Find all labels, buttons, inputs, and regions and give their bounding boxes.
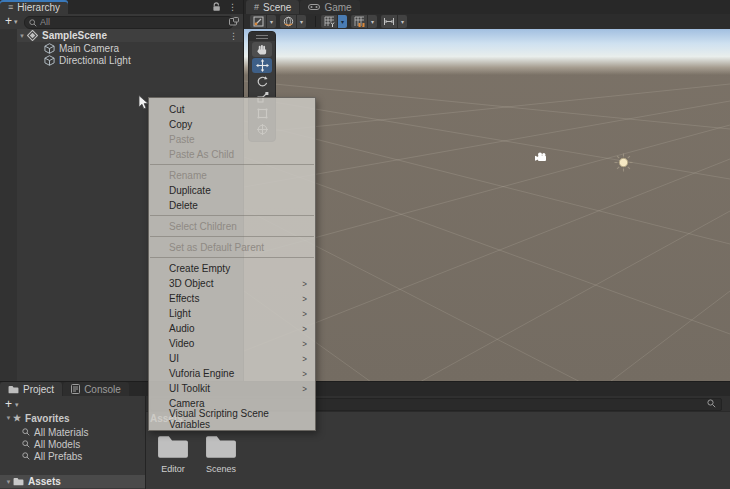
gameobject-icon (44, 43, 55, 54)
move-icon (256, 59, 269, 72)
samplescene-label: SampleScene (42, 30, 107, 41)
project-tabbar: Project Console (0, 382, 730, 396)
all-models-label: All Models (34, 439, 80, 450)
tab-console-label: Console (84, 384, 121, 395)
search-icon (22, 440, 30, 448)
mouse-cursor-icon (138, 95, 150, 111)
tab-scene-label: Scene (263, 2, 291, 13)
main-camera-label: Main Camera (59, 43, 119, 54)
menu-item-select-children: Select Children (149, 219, 315, 234)
menu-item-duplicate[interactable]: Duplicate (149, 183, 315, 198)
scene-picking-button[interactable]: ▾ (250, 15, 276, 28)
menu-item-3d-object[interactable]: 3D Object> (149, 276, 315, 291)
collapse-arrow-icon[interactable]: ▼ (4, 415, 13, 421)
tab-scene[interactable]: # Scene (246, 0, 299, 14)
tab-project[interactable]: Project (0, 382, 62, 396)
tab-hierarchy[interactable]: ≡ Hierarchy (0, 0, 68, 14)
search-icon[interactable] (707, 399, 716, 408)
snap-to-grid-button[interactable]: ▾ (351, 15, 377, 28)
menu-separator (150, 164, 314, 165)
menu-item-ui-toolkit[interactable]: UI Toolkit> (149, 381, 315, 396)
grid-visibility-button[interactable]: ▾ (321, 15, 347, 28)
hierarchy-item-samplescene[interactable]: ▼ SampleScene ⋮ (17, 29, 243, 42)
menu-item-visual-scripting-scene-variables[interactable]: Visual Scripting Scene Variables (149, 411, 315, 426)
dropdown-arrow-icon[interactable]: ▾ (398, 15, 407, 28)
submenu-arrow-icon: > (302, 353, 307, 364)
tab-console[interactable]: Console (63, 382, 129, 396)
project-create-dropdown-icon[interactable]: ▾ (15, 398, 19, 412)
collapse-arrow-icon[interactable]: ▼ (17, 33, 27, 39)
menu-item-create-empty[interactable]: Create Empty (149, 261, 315, 276)
menu-item-paste-as-child: Paste As Child (149, 147, 315, 162)
tab-project-label: Project (23, 384, 54, 395)
asset-folder-scenes[interactable]: Scenes (198, 432, 244, 474)
menu-separator (150, 257, 314, 258)
collapse-arrow-icon[interactable]: ▼ (4, 479, 13, 485)
pencil-square-icon (253, 16, 264, 27)
rotate-tool-button[interactable] (252, 74, 272, 89)
tab-game[interactable]: Game (300, 0, 359, 14)
scene-lighting-button[interactable]: ▾ (280, 15, 306, 28)
open-folder-icon (13, 477, 24, 486)
menu-item-delete[interactable]: Delete (149, 198, 315, 213)
all-prefabs-label: All Prefabs (34, 451, 82, 462)
menu-item-vuforia-engine[interactable]: Vuforia Engine> (149, 366, 315, 381)
dropdown-arrow-icon[interactable]: ▾ (297, 15, 306, 28)
menu-item-audio[interactable]: Audio> (149, 321, 315, 336)
menu-item-cut[interactable]: Cut (149, 102, 315, 117)
menu-item-ui[interactable]: UI> (149, 351, 315, 366)
search-icon (22, 428, 30, 436)
hierarchy-item-directional-light[interactable]: Directional Light (17, 54, 243, 67)
favorites-row[interactable]: ▼ ★ Favorites (0, 412, 145, 424)
camera-gizmo-icon[interactable] (534, 152, 548, 163)
favorite-all-models[interactable]: All Models (0, 438, 145, 450)
lock-icon[interactable] (212, 2, 221, 12)
asset-folder-editor[interactable]: Editor (150, 432, 196, 474)
assets-tree-row[interactable]: ▼ Assets (0, 475, 145, 488)
hamburger-icon: ≡ (8, 3, 13, 12)
create-object-button[interactable]: + (5, 14, 12, 28)
create-dropdown-arrow-icon[interactable]: ▾ (14, 15, 18, 29)
scene-panel: # Scene Game ▾ (244, 0, 730, 381)
grid-dropdown-arrow-icon[interactable]: ▾ (338, 15, 347, 28)
open-search-window-icon[interactable] (229, 17, 239, 26)
scene-viewport[interactable] (244, 29, 730, 381)
scene-grid (244, 29, 730, 381)
assets-tree-label: Assets (28, 476, 61, 487)
menu-item-set-as-default-parent: Set as Default Parent (149, 240, 315, 255)
menu-separator (150, 236, 314, 237)
dropdown-arrow-icon[interactable]: ▾ (368, 15, 377, 28)
snap-increment-button[interactable]: ▾ (381, 15, 407, 28)
menu-item-copy[interactable]: Copy (149, 117, 315, 132)
hierarchy-kebab-icon[interactable]: ⋮ (228, 2, 237, 12)
directional-light-label: Directional Light (59, 55, 131, 66)
hierarchy-visibility-gutter (0, 29, 17, 381)
menu-item-effects[interactable]: Effects> (149, 291, 315, 306)
menu-item-light[interactable]: Light> (149, 306, 315, 321)
grid-axis-icon (324, 16, 335, 27)
dropdown-arrow-icon[interactable]: ▾ (267, 15, 276, 28)
hierarchy-toolbar: + ▾ All (0, 14, 243, 30)
hierarchy-tabbar: ≡ Hierarchy ⋮ (0, 0, 243, 14)
unity-editor-window: ≡ Hierarchy ⋮ + ▾ All (0, 0, 730, 489)
palette-drag-handle[interactable] (249, 32, 275, 41)
folder-icon (204, 432, 238, 460)
project-create-button[interactable]: + (5, 397, 12, 411)
project-panel: Project Console + ▾ ▼ ★ Favorites (0, 381, 730, 489)
gameobject-icon (44, 55, 55, 66)
view-hand-tool-button[interactable] (252, 42, 272, 57)
console-icon (71, 384, 80, 394)
move-tool-button[interactable] (252, 58, 272, 73)
samplescene-kebab-icon[interactable]: ⋮ (229, 31, 238, 41)
folder-editor-label: Editor (150, 464, 196, 474)
submenu-arrow-icon: > (302, 383, 307, 394)
favorite-all-prefabs[interactable]: All Prefabs (0, 450, 145, 462)
hierarchy-context-menu: Cut Copy Paste Paste As Child Rename Dup… (148, 97, 316, 431)
submenu-arrow-icon: > (302, 308, 307, 319)
menu-item-video[interactable]: Video> (149, 336, 315, 351)
favorite-all-materials[interactable]: All Materials (0, 426, 145, 438)
rotate-icon (256, 75, 269, 88)
directional-light-gizmo-icon[interactable] (614, 153, 633, 172)
submenu-arrow-icon: > (302, 338, 307, 349)
hierarchy-search-input[interactable]: All (24, 16, 234, 29)
